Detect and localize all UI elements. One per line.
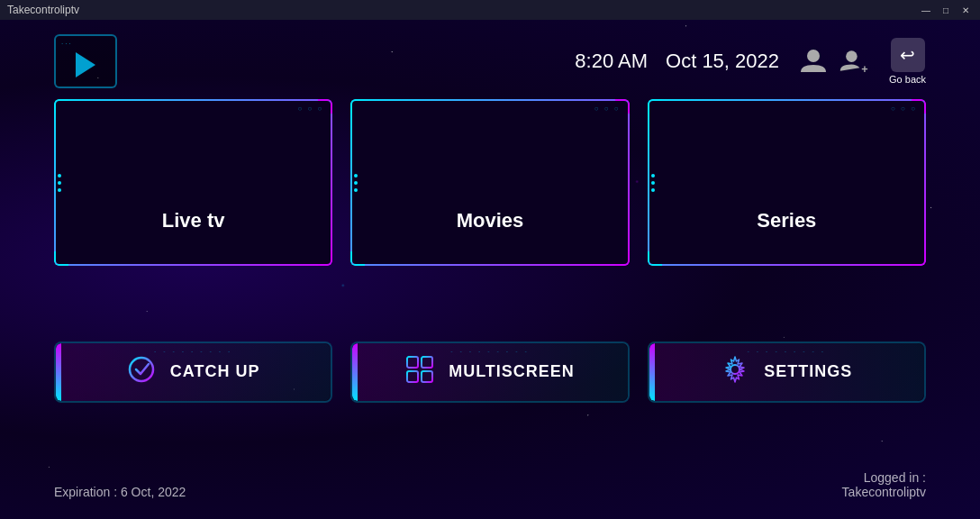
series-card[interactable]: Series (648, 99, 926, 266)
maximize-button[interactable]: □ (939, 3, 953, 17)
catch-up-icon (127, 355, 156, 389)
corner-bl (350, 251, 365, 266)
svg-point-13 (467, 156, 485, 174)
svg-point-27 (762, 172, 767, 178)
movies-label: Movies (457, 209, 524, 232)
svg-point-14 (472, 160, 481, 169)
go-back-button[interactable]: ↩ Go back (889, 38, 926, 85)
svg-rect-33 (407, 371, 418, 382)
svg-rect-32 (422, 357, 432, 368)
left-accent (352, 343, 358, 401)
corner-br (615, 251, 630, 266)
svg-marker-16 (504, 142, 520, 187)
corner-tl (54, 99, 68, 114)
side-dots (58, 174, 61, 192)
svg-line-19 (786, 162, 808, 175)
side-dots (651, 174, 655, 192)
left-accent (56, 343, 61, 401)
corner-tl (350, 99, 365, 114)
live-tv-icon (153, 133, 234, 200)
settings-icon (721, 355, 749, 389)
go-back-arrow-icon: ↩ (891, 38, 925, 72)
minimize-button[interactable]: — (919, 3, 933, 17)
time-display: 8:20 AM (575, 50, 648, 73)
dots-top: - - - - - - - - - (450, 348, 530, 354)
svg-text:+: + (861, 63, 867, 76)
svg-rect-3 (158, 138, 221, 181)
movies-icon (449, 133, 531, 200)
left-accent (649, 343, 655, 401)
svg-rect-31 (407, 357, 418, 368)
live-tv-card[interactable]: Live tv (54, 99, 332, 266)
cards-grid: Live tv (54, 99, 926, 463)
multiscreen-icon (405, 355, 434, 389)
svg-point-30 (130, 358, 153, 381)
settings-card[interactable]: - - - - - - - - - SETTINGS (648, 341, 926, 403)
date-display: Oct 15, 2022 (666, 50, 779, 73)
svg-point-8 (214, 162, 229, 177)
svg-rect-11 (454, 150, 504, 180)
svg-line-23 (786, 150, 808, 162)
expiration-text: Expiration : 6 Oct, 2022 (54, 485, 186, 499)
user-icon (797, 45, 830, 77)
header: 8:20 AM Oct 15, 2022 + ↩ Go back (54, 34, 926, 88)
corner-tr (615, 99, 630, 114)
svg-rect-15 (467, 142, 482, 150)
titlebar: Takecontroliptv — □ ✕ (0, 0, 980, 20)
svg-point-35 (730, 365, 740, 374)
footer: Expiration : 6 Oct, 2022 Logged in : Tak… (54, 470, 926, 505)
svg-line-4 (167, 142, 203, 150)
logged-in-line1: Logged in : (842, 470, 926, 485)
titlebar-title: Takecontroliptv (7, 4, 79, 16)
movies-card[interactable]: Movies (350, 99, 629, 266)
user-icons: + (797, 45, 871, 77)
main-content: 8:20 AM Oct 15, 2022 + ↩ Go back (0, 20, 980, 519)
titlebar-controls[interactable]: — □ ✕ (919, 3, 973, 17)
dots-top: - - - - - - - - - (748, 348, 827, 354)
corner-tr (912, 99, 926, 114)
add-user-icon: + (839, 45, 871, 77)
series-icon (746, 133, 827, 200)
series-label: Series (757, 209, 816, 232)
catch-up-label: CATCH UP (170, 362, 260, 381)
corner-bl (648, 251, 662, 266)
catch-up-card[interactable]: - - - - - - - - - CATCH UP (54, 341, 332, 403)
multiscreen-card[interactable]: - - - - - - - - - MULTISCREEN (350, 341, 629, 403)
svg-line-5 (164, 151, 207, 159)
svg-rect-34 (422, 371, 432, 382)
svg-point-17 (761, 137, 812, 187)
header-right: 8:20 AM Oct 15, 2022 + ↩ Go back (575, 38, 926, 85)
corner-tl (648, 99, 662, 114)
logged-in-line2: Takecontroliptv (842, 485, 926, 499)
svg-line-22 (765, 150, 786, 162)
svg-point-24 (781, 157, 792, 168)
corner-br (318, 251, 332, 266)
logged-in-text: Logged in : Takecontroliptv (842, 470, 926, 499)
settings-label: SETTINGS (764, 362, 852, 381)
side-dots (354, 174, 358, 192)
svg-point-0 (807, 50, 820, 62)
go-back-label: Go back (889, 74, 926, 85)
play-icon (76, 52, 95, 77)
datetime: 8:20 AM Oct 15, 2022 (575, 50, 779, 73)
svg-line-20 (765, 162, 786, 175)
corner-tr (318, 99, 332, 114)
svg-point-12 (464, 152, 489, 178)
live-tv-label: Live tv (162, 209, 225, 232)
corner-br (912, 251, 926, 266)
svg-point-25 (784, 138, 789, 143)
logo-area (54, 34, 117, 88)
close-button[interactable]: ✕ (958, 3, 973, 17)
corner-bl (54, 251, 68, 266)
logo-icon (54, 34, 117, 88)
svg-point-1 (846, 50, 858, 62)
dots-top: - - - - - - - - - (154, 348, 233, 354)
multiscreen-label: MULTISCREEN (449, 362, 575, 381)
svg-point-26 (805, 172, 811, 178)
